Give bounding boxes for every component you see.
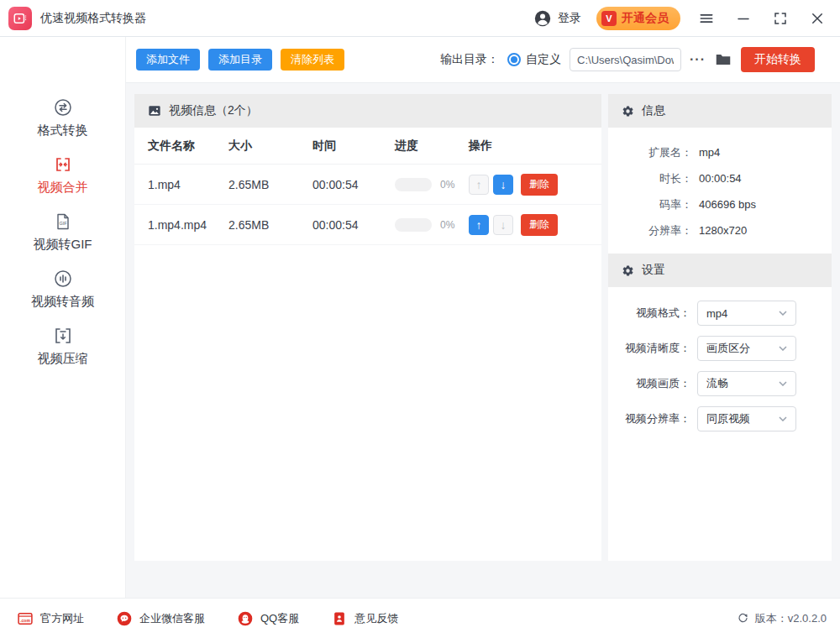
toolbar: 添加文件 添加目录 清除列表 输出目录： 自定义 ··· 开始转换: [126, 37, 840, 83]
file-time: 00:00:54: [312, 178, 395, 191]
info-label: 时长：: [608, 171, 692, 186]
version-info: 版本：v2.0.2.0: [737, 611, 827, 626]
add-directory-button[interactable]: 添加目录: [208, 49, 272, 71]
move-up-button[interactable]: ↑: [469, 175, 489, 195]
settings-row: 视频画质： 流畅: [608, 371, 832, 396]
info-value: 1280x720: [699, 224, 747, 237]
info-label: 分辨率：: [608, 223, 692, 238]
settings-title: 设置: [642, 263, 665, 278]
add-file-button[interactable]: 添加文件: [136, 49, 200, 71]
title-bar: 优速视频格式转换器 登录 V 开通会员: [0, 0, 840, 37]
format-convert-icon: [53, 97, 73, 118]
video-format-select[interactable]: mp4: [697, 301, 796, 326]
video-info-title: 视频信息（2个）: [169, 103, 258, 118]
info-value: mp4: [699, 146, 720, 159]
chevron-down-icon: [779, 381, 787, 386]
file-time: 00:00:54: [312, 218, 395, 232]
login-label: 登录: [558, 11, 581, 26]
footer-link-label: 企业微信客服: [139, 611, 205, 626]
info-header: 信息: [608, 94, 832, 128]
refresh-icon[interactable]: [737, 612, 749, 625]
feedback-link[interactable]: 意见反馈: [331, 610, 398, 627]
select-value: 同原视频: [706, 411, 750, 426]
custom-option-label: 自定义: [526, 52, 561, 67]
move-down-button[interactable]: ↓: [493, 175, 513, 195]
sidebar-item-label: 格式转换: [38, 123, 88, 139]
radio-dot: [511, 56, 517, 63]
svg-text:GIF: GIF: [59, 221, 67, 226]
video-compress-icon: [53, 326, 73, 346]
progress-bar: [395, 178, 432, 191]
sidebar-item-video-compress[interactable]: 视频压缩: [0, 326, 125, 367]
qq-icon: [237, 610, 254, 627]
delete-button[interactable]: 删除: [521, 214, 558, 236]
image-icon: [148, 104, 161, 118]
browse-more-button[interactable]: ···: [690, 52, 706, 67]
menu-button[interactable]: [696, 8, 717, 29]
open-folder-icon[interactable]: [714, 50, 732, 69]
setting-label: 视频格式：: [608, 306, 690, 321]
info-label: 码率：: [608, 197, 692, 212]
select-value: 画质区分: [706, 341, 750, 356]
move-up-button[interactable]: ↑: [469, 215, 489, 235]
video-merge-icon: [53, 154, 73, 175]
minimize-button[interactable]: [732, 8, 754, 29]
col-actions: 操作: [469, 139, 601, 154]
select-value: 流畅: [706, 376, 728, 391]
output-path-input[interactable]: [570, 48, 681, 71]
video-resolution-select[interactable]: 同原视频: [697, 406, 796, 431]
custom-radio[interactable]: [507, 53, 521, 66]
video-to-gif-icon: GIF: [53, 212, 73, 232]
table-row: 1.mp4.mp4 2.65MB 00:00:54 0% ↑ ↓ 删除: [134, 205, 601, 245]
footer: .com 官方网址 企业微信客服 QQ客服 意见反馈 版本：: [0, 598, 840, 638]
sidebar-item-video-merge[interactable]: 视频合并: [0, 154, 125, 196]
file-size: 2.65MB: [228, 218, 312, 232]
sidebar-item-label: 视频压缩: [38, 351, 88, 367]
chevron-down-icon: [779, 346, 787, 351]
delete-button[interactable]: 删除: [521, 174, 558, 196]
wechat-work-icon: [116, 610, 133, 627]
chevron-down-icon: [779, 416, 787, 421]
settings-row: 视频分辨率： 同原视频: [608, 406, 832, 431]
video-quality-select[interactable]: 流畅: [697, 371, 796, 396]
open-vip-button[interactable]: V 开通会员: [596, 7, 680, 30]
footer-link-label: 官方网址: [40, 611, 84, 626]
settings-row: 视频清晰度： 画质区分: [608, 336, 832, 361]
info-title: 信息: [642, 103, 665, 118]
info-value: 406696 bps: [699, 198, 756, 211]
version-label: 版本：v2.0.2.0: [755, 611, 827, 626]
info-row: 扩展名： mp4: [608, 139, 832, 165]
sidebar-item-video-to-audio[interactable]: 视频转音频: [0, 269, 125, 310]
video-info-panel: 视频信息（2个） 文件名称 大小 时间 进度 操作 1.mp4 2.65MB 0…: [134, 94, 601, 561]
wechat-work-support-link[interactable]: 企业微信客服: [116, 610, 205, 627]
qq-support-link[interactable]: QQ客服: [237, 610, 299, 627]
vip-icon: V: [601, 11, 617, 26]
settings-rows: 视频格式： mp4 视频清晰度： 画质区分 视频画质： 流畅: [608, 287, 832, 431]
sidebar-item-format-convert[interactable]: 格式转换: [0, 97, 125, 139]
info-row: 码率： 406696 bps: [608, 191, 832, 217]
file-size: 2.65MB: [228, 178, 312, 191]
login-button[interactable]: 登录: [533, 9, 581, 28]
footer-link-label: 意见反馈: [354, 611, 398, 626]
start-convert-button[interactable]: 开始转换: [741, 47, 815, 72]
move-down-button[interactable]: ↓: [493, 215, 513, 235]
right-panel: 信息 扩展名： mp4 时长： 00:00:54 码率： 406696 bps …: [608, 94, 832, 561]
feedback-icon: [331, 610, 348, 627]
maximize-button[interactable]: [769, 8, 791, 29]
file-name: 1.mp4.mp4: [134, 218, 228, 232]
close-button[interactable]: [806, 8, 828, 29]
settings-header: 设置: [608, 254, 832, 287]
clear-list-button[interactable]: 清除列表: [281, 49, 344, 71]
sidebar-item-video-to-gif[interactable]: GIF 视频转GIF: [0, 212, 125, 253]
table-header-row: 文件名称 大小 时间 进度 操作: [134, 128, 601, 165]
file-name: 1.mp4: [134, 178, 228, 191]
col-time: 时间: [312, 139, 395, 154]
chevron-down-icon: [779, 311, 787, 316]
svg-text:.com: .com: [20, 618, 30, 623]
video-clarity-select[interactable]: 画质区分: [697, 336, 796, 361]
sidebar: 格式转换 视频合并 GIF 视频转GIF 视频转音频 视频压缩: [0, 37, 126, 598]
select-value: mp4: [706, 307, 727, 320]
setting-label: 视频清晰度：: [608, 341, 690, 356]
video-to-audio-icon: [53, 269, 73, 289]
official-website-link[interactable]: .com 官方网址: [17, 610, 84, 627]
